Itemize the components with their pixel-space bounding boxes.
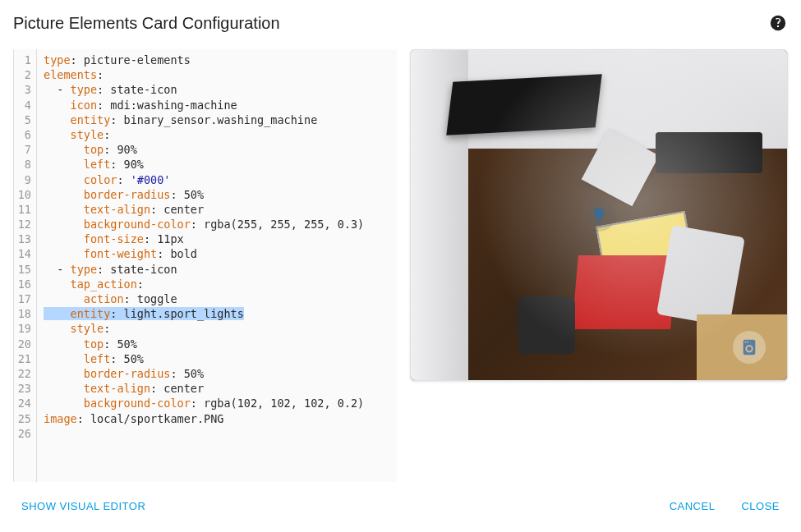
cancel-button[interactable]: Cancel xyxy=(661,493,724,519)
close-button[interactable]: Close xyxy=(733,493,788,519)
dialog-header: Picture Elements Card Configuration xyxy=(13,13,788,49)
card-config-dialog: Picture Elements Card Configuration 1234… xyxy=(13,13,788,519)
preview-pane xyxy=(410,49,788,482)
line-gutter: 1234567891011121314151617181920212223242… xyxy=(14,49,37,482)
state-icon-light[interactable] xyxy=(582,199,615,232)
picture-elements-preview xyxy=(410,49,788,381)
dialog-content: 1234567891011121314151617181920212223242… xyxy=(13,49,788,482)
dialog-title: Picture Elements Card Configuration xyxy=(13,14,280,33)
yaml-editor[interactable]: 1234567891011121314151617181920212223242… xyxy=(13,49,397,482)
help-icon[interactable] xyxy=(768,13,788,33)
code-area[interactable]: type: picture-elementselements: - type: … xyxy=(37,49,397,482)
state-icon-washing-machine[interactable] xyxy=(733,331,766,364)
show-visual-editor-button[interactable]: Show Visual Editor xyxy=(13,493,154,519)
dialog-footer: Show Visual Editor Cancel Close xyxy=(13,482,788,519)
